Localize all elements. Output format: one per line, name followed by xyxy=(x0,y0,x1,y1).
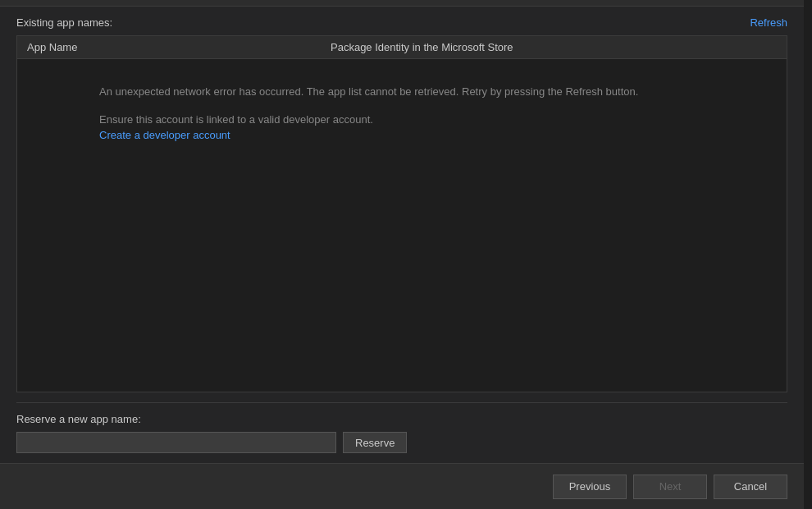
next-button[interactable]: Next xyxy=(633,475,707,499)
reserve-input-row: Reserve xyxy=(16,432,787,453)
content-area: Existing app names: Refresh App Name Pac… xyxy=(0,7,804,463)
reserve-button[interactable]: Reserve xyxy=(343,432,407,453)
table-container: App Name Package Identity in the Microso… xyxy=(16,35,787,392)
reserve-input[interactable] xyxy=(16,432,336,453)
error-message: An unexpected network error has occurred… xyxy=(99,84,770,100)
table-header: App Name Package Identity in the Microso… xyxy=(17,36,787,59)
refresh-link[interactable]: Refresh xyxy=(750,16,787,29)
top-bar xyxy=(0,0,804,7)
col-app-name-header: App Name xyxy=(27,41,331,53)
bottom-bar: Previous Next Cancel xyxy=(0,463,804,509)
table-body: An unexpected network error has occurred… xyxy=(17,59,787,392)
reserve-label: Reserve a new app name: xyxy=(16,413,787,425)
col-package-identity-header: Package Identity in the Microsoft Store xyxy=(331,41,777,53)
header-row: Existing app names: Refresh xyxy=(16,16,787,29)
developer-account-link[interactable]: Create a developer account xyxy=(99,129,770,141)
cancel-button[interactable]: Cancel xyxy=(714,475,787,499)
main-container: Existing app names: Refresh App Name Pac… xyxy=(0,0,804,509)
account-section: Ensure this account is linked to a valid… xyxy=(99,113,770,141)
previous-button[interactable]: Previous xyxy=(553,475,627,499)
account-note: Ensure this account is linked to a valid… xyxy=(99,113,373,126)
existing-app-names-label: Existing app names: xyxy=(16,16,112,29)
reserve-section: Reserve a new app name: Reserve xyxy=(16,402,787,453)
